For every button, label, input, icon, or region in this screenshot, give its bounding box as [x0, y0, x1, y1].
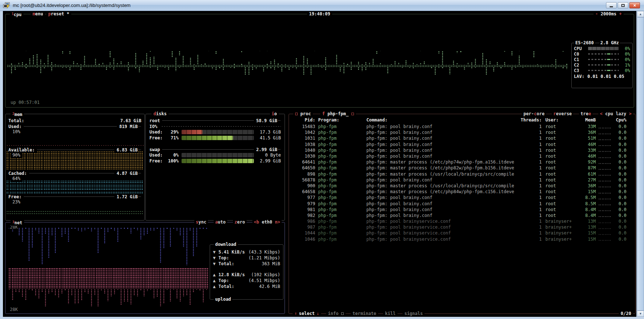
minimize-icon [610, 6, 613, 7]
disk-root-free-row: Free: 71% 41.5 GiB [146, 135, 285, 140]
tab-cpu[interactable]: 1cpu [10, 11, 23, 18]
process-row[interactable]: 1046 php-fpm php-fpm: pool brainyservice… [289, 236, 635, 242]
process-row[interactable]: 1031 php-fpm php-fpm: pool brainy.conf 1… [289, 135, 635, 141]
mem-used-graph [6, 145, 144, 147]
select-up-arrow-icon[interactable]: ↑ [294, 311, 297, 316]
tab-mem[interactable]: 2mem [11, 111, 24, 117]
net-download-graph [8, 228, 209, 267]
tree-toggle[interactable]: tree [579, 111, 592, 117]
scroll-up-button[interactable]: ▲ [637, 11, 644, 17]
net-auto-button[interactable]: auto [214, 219, 227, 225]
cpu-core-rows: CPU 0% C0 0% C1 0% C2 1% [572, 43, 632, 79]
preset-button[interactable]: preset * [46, 11, 71, 17]
process-table-header: Pid: Program: Command: Threads: User: Me… [289, 117, 635, 123]
interval-decrease-button[interactable]: - [595, 11, 598, 16]
process-mem-graph [599, 228, 612, 229]
terminate-button[interactable]: terminate [351, 311, 378, 316]
net-interface-switch[interactable]: <b eth0 n> [252, 219, 282, 225]
select-control[interactable]: ↑ select ↓ [293, 311, 321, 316]
interval-value: 2000ms [601, 11, 616, 16]
tab-proc[interactable]: proc [293, 111, 313, 117]
process-row[interactable]: 64650 php-fpm php-fpm: master process (/… [289, 165, 635, 171]
download-total-row: ▼ Total: 363 MiB [213, 261, 280, 267]
core-c0-graph [588, 53, 619, 55]
minimize-button[interactable] [606, 2, 617, 8]
process-row[interactable]: 981 php-fpm php-fpm: pool brainy.conf 1 … [289, 207, 635, 213]
sort-prev-button[interactable]: < [600, 111, 602, 116]
process-mem-graph [599, 163, 612, 164]
process-row[interactable]: 64658 php-fpm php-fpm: master process (/… [289, 189, 635, 195]
process-row[interactable]: 900 php-fpm php-fpm: master process (/us… [289, 183, 635, 189]
net-sync-button[interactable]: sync [194, 219, 208, 225]
mem-available-graph [6, 151, 144, 169]
net-upload-graph-spikes [8, 289, 209, 309]
tab-net[interactable]: 3net [11, 219, 24, 226]
process-row[interactable]: 1038 php-fpm php-fpm: pool brainy.conf 1… [289, 142, 635, 147]
menu-button[interactable]: menu [31, 11, 45, 17]
kill-button[interactable]: kill [383, 311, 397, 316]
net-upload-graph-band [8, 268, 209, 289]
process-mem-graph [599, 193, 612, 194]
cpu-usage-graph [7, 51, 568, 80]
disk-swap-row: swap 2.99 GiB [146, 147, 285, 152]
mem-total-row: Total: 7.63 GiB [5, 118, 144, 123]
up-arrow-icon: ▲ [213, 284, 218, 289]
process-mem-graph [599, 199, 612, 199]
process-row[interactable]: 1042 php-fpm php-fpm: pool brainy.conf 1… [289, 130, 635, 135]
cpu-core-panel: E5-2680 2.8 GHz CPU 0% C0 0% C1 0% [571, 43, 633, 88]
clear-search-icon[interactable] [351, 113, 354, 115]
disk-root-io-graph [161, 125, 281, 127]
terminal: 1cpu menu preset * 19:40:09 - 2000ms + E… [3, 11, 636, 317]
upload-speed-row: ▲ 12.8 KiB/s (102 Kibps) [213, 272, 280, 278]
process-mem-graph [599, 210, 612, 211]
process-row[interactable]: 15483 php-fpm php-fpm: pool brainy.conf … [289, 124, 635, 130]
process-row[interactable]: 64641 php-fpm php-fpm: master process (/… [289, 159, 635, 165]
mem-cached-graph [6, 180, 144, 194]
close-button[interactable]: × [629, 2, 640, 8]
process-row[interactable]: 1044 php-fpm php-fpm: pool brainyservice… [289, 230, 635, 236]
scrollbar-thumb[interactable] [637, 17, 644, 311]
maximize-button[interactable] [618, 2, 628, 8]
process-mem-graph [599, 204, 612, 205]
core-row-c3: C3 0% [572, 68, 632, 73]
terminal-scrollbar[interactable]: ▲ ▼ [636, 11, 644, 317]
process-mem-graph [599, 175, 612, 176]
window-title: mc [root@ub24.itdeveloper.com.ua]:/lib/s… [13, 3, 130, 8]
per-core-toggle[interactable]: per-core [522, 111, 546, 117]
mem-used-row: Used: 819 MiB [5, 124, 144, 129]
down-arrow-icon: ▼ [213, 249, 218, 255]
signals-button[interactable]: signals [403, 311, 425, 316]
process-row[interactable]: 977 php-fpm php-fpm: pool brainy.conf 1 … [289, 195, 635, 200]
process-row[interactable]: 1040 php-fpm php-fpm: pool brainy.conf 1… [289, 147, 635, 153]
net-zero-button[interactable]: zero [233, 219, 247, 225]
download-panel-title: download [214, 242, 238, 247]
process-row[interactable]: 982 php-fpm php-fpm: pool brainy.conf 1 … [289, 213, 635, 218]
sort-next-button[interactable]: > [629, 111, 632, 116]
process-row[interactable]: 898 php-fpm php-fpm: master process (/us… [289, 171, 635, 177]
process-mem-graph [599, 234, 612, 235]
select-down-arrow-icon[interactable]: ↓ [317, 311, 319, 316]
reverse-toggle[interactable]: reverse [552, 111, 573, 117]
disk-root-io-row: IO% [146, 124, 285, 129]
tab-io[interactable]: io [270, 111, 279, 117]
process-row[interactable]: 986 php-fpm php-fpm: pool brainyservice.… [289, 218, 635, 224]
process-row[interactable]: 979 php-fpm php-fpm: pool brainy.conf 1 … [289, 200, 635, 206]
mem-used-percent: 10% [11, 129, 22, 135]
process-row[interactable]: 56878 php-fpm php-fpm: pool brainy.conf … [289, 177, 635, 183]
info-button[interactable]: info [326, 311, 346, 316]
core-row-c0: C0 0% [572, 51, 632, 57]
process-mem-graph [599, 216, 612, 217]
scroll-down-button[interactable]: ▼ [637, 311, 644, 317]
load-average: LAV: 0.01 0.01 0.05 [572, 73, 632, 79]
window-bottom-border [0, 317, 644, 319]
disk-swap-used-row: Used: 0% 0 Byte [146, 152, 285, 158]
disk-root-free-bar [182, 136, 254, 140]
sort-column-label: cpu lazy [605, 111, 626, 116]
interval-increase-button[interactable]: + [619, 11, 622, 16]
process-mem-graph [599, 181, 612, 181]
process-row[interactable]: 987 php-fpm php-fpm: pool brainyservice.… [289, 224, 635, 230]
tab-disks[interactable]: disks [152, 111, 168, 117]
mem-box: 2mem Total: 7.63 GiB Used: 819 MiB 10% A… [5, 114, 145, 221]
process-row[interactable]: 1030 php-fpm php-fpm: pool brainy.conf 1… [289, 153, 635, 159]
process-search-field[interactable]: f php-fpm_ [320, 111, 356, 117]
